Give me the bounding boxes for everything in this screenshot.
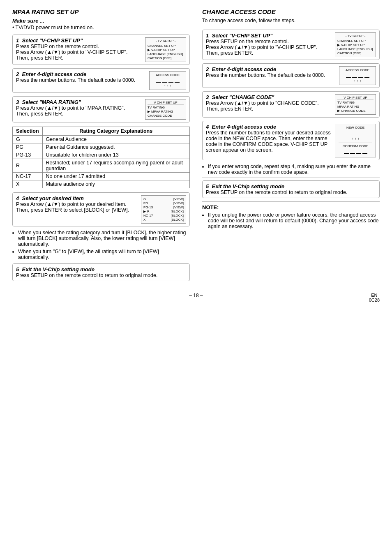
left-step4-num: 4 (16, 195, 22, 201)
left-step4-bullet1: When you select the rating category and … (18, 230, 190, 247)
right-step5-heading: Exit the V-Chip setting mode (212, 183, 284, 189)
left-step4-box: 4 Select your desired item Press Arrow (… (12, 192, 190, 226)
right-step2-dots (343, 74, 372, 78)
right-note-label: NOTE: (202, 204, 380, 210)
left-step3-content: 3 Select "MPAA RATING" Press Arrow (▲/▼)… (16, 99, 142, 117)
left-step1-screen-row1: ▶V-CHIP SET UP (148, 48, 184, 52)
left-step4-row-r: ▶R[BLOCK] (143, 210, 184, 213)
left-step1-num: 1 (16, 37, 22, 44)
right-step1-row3: CAPTION [OFF] (337, 51, 374, 55)
right-step1-row2: LANGUAGE [ENGLISH] (337, 47, 374, 51)
right-step4-content: 4 Enter 4-digit access code Press the nu… (206, 124, 332, 153)
left-step4-bullet2: When you turn "G" to [VIEW], the all rat… (18, 249, 190, 260)
left-step1-screen: - TV SETUP - CHANNEL SET UP ▶V-CHIP SET … (145, 37, 186, 62)
left-step4-heading: Select your desired item (22, 195, 83, 201)
page-footer: – 18 – EN 0C28 (12, 293, 380, 298)
rating-nc17-desc: No one under 17 admitted (42, 173, 189, 180)
left-step4-row-g: G[VIEW] (143, 197, 184, 201)
right-step5-num: 5 (206, 183, 212, 189)
right-step1-screen-title: - TV SETUP - (337, 34, 374, 38)
left-step4-row-pg: PG[VIEW] (143, 201, 184, 205)
right-step3-content: 3 Select "CHANGE CODE" Press Arrow (▲/▼)… (206, 94, 332, 112)
right-note-section: NOTE: If you unplug the power code or po… (202, 204, 380, 229)
right-title: CHANGE ACCESS CODE (202, 8, 380, 15)
right-intro: To change access code, follow the steps. (202, 18, 380, 23)
left-step3-screen-title: - V-CHIP SET UP - (148, 101, 184, 105)
right-step5-content: 5 Exit the V-Chip setting mode Press SET… (206, 183, 376, 195)
lang-label: EN (371, 293, 377, 298)
rating-g-desc: General Audience (42, 136, 189, 143)
right-step1-content: 1 Select "V-CHIP SET UP" Press SETUP on … (206, 32, 332, 56)
left-step4-body: Press Arrow (▲/▼) to point to your desir… (16, 201, 138, 213)
rating-pg: PG (13, 143, 43, 151)
right-column: CHANGE ACCESS CODE To change access code… (202, 8, 380, 284)
right-step4-new-dots (339, 131, 372, 135)
rating-pg13: PG-13 (13, 151, 43, 159)
right-step1-heading: Select "V-CHIP SET UP" (212, 32, 272, 39)
make-sure-item: • TV/DVD power must be turned on. (12, 25, 190, 30)
left-column: MPAA RATING SET UP Make sure ... • TV/DV… (12, 8, 190, 284)
right-step3-row0: TV RATING (337, 101, 374, 104)
left-step2-body: Press the number buttons. The default co… (16, 77, 146, 83)
left-step4-row-x: X[BLOCK] (143, 218, 184, 222)
rating-pg-desc: Parental Guidance suggested. (42, 143, 189, 151)
right-step1-num: 1 (206, 32, 212, 39)
left-step4-row-nc17: NC-17[BLOCK] (143, 214, 184, 217)
rating-r: R (13, 159, 43, 173)
left-step3-body: Press Arrow (▲/▼) to point to "MPAA RATI… (16, 105, 142, 117)
right-step4-body: Press the number buttons to enter your d… (206, 130, 332, 153)
left-step2-heading: Enter 4-digit access code (22, 71, 86, 77)
right-step2-screen: ACCESS CODE ↑↑↑ (339, 66, 376, 85)
left-step4-bullets: When you select the rating category and … (18, 230, 190, 260)
right-step1-box: 1 Select "V-CHIP SET UP" Press SETUP on … (202, 30, 380, 60)
table-row: R Restricted; under 17 requires accompa-… (13, 159, 190, 173)
right-step3-box: 3 Select "CHANGE CODE" Press Arrow (▲/▼)… (202, 91, 380, 118)
left-step1-screen-row3: CAPTION [OFF] (148, 56, 184, 60)
rating-pg13-desc: Unsuitable for children under 13 (42, 151, 189, 159)
right-step4-new-code-label: NEW CODE (339, 126, 372, 129)
right-step4-num: 4 (206, 124, 212, 130)
rating-r-desc: Restricted; under 17 requires accompa-ny… (42, 159, 189, 173)
right-step3-heading: Select "CHANGE CODE" (212, 94, 274, 100)
page-lang-code: EN 0C28 (369, 293, 380, 302)
table-row: PG Parental Guidance suggested. (13, 143, 190, 151)
left-step3-box: 3 Select "MPAA RATING" Press Arrow (▲/▼)… (12, 96, 190, 122)
left-step5-body: Press SETUP on the remote control to ret… (16, 272, 186, 278)
right-step1-screen: - TV SETUP - CHANNEL SET UP ▶V-CHIP SET … (335, 32, 376, 57)
right-step4-box: 4 Enter 4-digit access code Press the nu… (202, 121, 380, 160)
right-step4-confirm-code-label: CONFIRM CODE (339, 144, 372, 148)
left-step3-screen: - V-CHIP SET UP - TV RATING ▶MPAA RATING… (145, 99, 186, 120)
right-step1-row0: CHANNEL SET UP (337, 39, 374, 43)
left-step5-num: 5 (16, 266, 22, 272)
rating-x-desc: Mature audience only (42, 180, 189, 188)
table-row: NC-17 No one under 17 admitted (13, 173, 190, 180)
left-step1-heading: Select "V-CHIP SET UP" (22, 37, 83, 44)
left-step1-screen-title: - TV SETUP - (148, 39, 184, 43)
left-step3-row0: TV RATING (148, 106, 184, 109)
rating-table-header-explanation: Rating Category Explanations (42, 127, 189, 136)
right-step5-box: 5 Exit the V-Chip setting mode Press SET… (202, 180, 380, 198)
left-step1-box: 1 Select "V-CHIP SET UP" Press SETUP on … (12, 35, 190, 65)
right-step4-bullets: If you enter wrong code, repeat step 4, … (208, 164, 380, 175)
rating-table: Selection Rating Category Explanations G… (12, 127, 190, 188)
right-step4-heading: Enter 4-digit access code (212, 124, 276, 130)
right-step2-body: Press the number buttons. The default co… (206, 72, 336, 78)
right-step4-confirm-dots (339, 150, 372, 154)
right-step2-screen-title: ACCESS CODE (343, 68, 372, 72)
right-step2-num: 2 (206, 66, 212, 72)
left-step1-screen-row2: LANGUAGE [ENGLISH] (148, 52, 184, 56)
rating-nc17: NC-17 (13, 173, 43, 180)
table-row: X Mature audience only (13, 180, 190, 188)
left-step4-content: 4 Select your desired item Press Arrow (… (16, 195, 138, 213)
left-step2-num: 2 (16, 71, 22, 77)
right-step1-row1: ▶V-CHIP SET UP (337, 43, 374, 47)
left-step3-num: 3 (16, 99, 22, 105)
left-step2-screen: ACCESS CODE ↑↑↑ (149, 71, 186, 90)
right-step3-row2: ▶CHANGE CODE (337, 109, 374, 113)
left-step1-content: 1 Select "V-CHIP SET UP" Press SETUP on … (16, 37, 142, 61)
left-step3-row2: CHANGE CODE (148, 114, 184, 118)
rating-table-header-selection: Selection (13, 127, 43, 136)
right-step3-body: Press Arrow (▲/▼) to point to "CHANGE CO… (206, 100, 332, 112)
page-number: – 18 – (189, 293, 203, 298)
right-divider-top (202, 27, 380, 27)
